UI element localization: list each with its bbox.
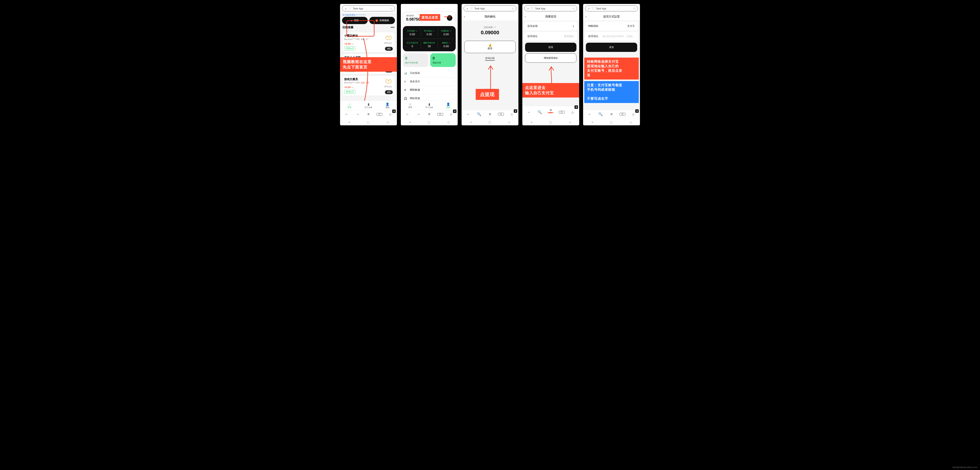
butterfly-icon (385, 78, 392, 84)
search-icon[interactable]: 🔍 (598, 112, 603, 116)
amount-value: 1 (573, 25, 574, 28)
address-placeholder: 提现地址 (564, 35, 574, 38)
claim-button[interactable]: 领取 (385, 90, 393, 94)
balance-label: 錢包餘額: (406, 14, 420, 17)
annotation-text: 点提现 (476, 89, 499, 100)
more-icon[interactable]: ••• (391, 25, 395, 29)
withdraw-icon: 💰 (467, 44, 513, 47)
search-icon[interactable]: 🔍 (476, 112, 482, 116)
tab-mine[interactable]: 👤我的 (378, 101, 397, 110)
home-icon[interactable]: ⌂ (630, 112, 636, 116)
my-tasks-box[interactable]: 0我的任务 (430, 53, 456, 67)
amount-row[interactable]: 提现金额 1 (524, 22, 577, 30)
search-icon[interactable]: 🔍 (537, 110, 543, 114)
add-address-button[interactable]: 增加提現地址 (525, 54, 576, 63)
back-icon[interactable]: ‹ (525, 15, 526, 18)
tab-manual[interactable]: ▮手工任务 (420, 101, 439, 110)
download-icon[interactable]: ⬇ (453, 110, 457, 113)
task-card[interactable]: 游戏主播员 Merchant****7929 剩餘: 100 +0.05 TK … (342, 75, 395, 96)
annotation-blue: 注意：支付宝账号都是手机号码或者邮箱不要写成名字 (584, 81, 639, 103)
nav-back-icon[interactable]: ◁ (386, 121, 388, 124)
back-icon[interactable]: ← (404, 112, 410, 116)
video-button[interactable]: ▷视频 (342, 17, 368, 24)
page-title: 我要提現 (545, 15, 556, 18)
back-icon[interactable]: ← (465, 112, 471, 116)
annotation-text: 点这里进去输入自己支付宝 (522, 83, 579, 97)
nav-home-icon[interactable]: ▢ (367, 121, 369, 124)
user-icon: 👤 (378, 102, 397, 106)
back-icon[interactable]: ‹ (585, 15, 586, 18)
address-row[interactable]: 提现地址 提现地址 (524, 32, 577, 41)
page-title: 提現方式設置 (603, 15, 620, 18)
menu-icon[interactable]: ≡ (609, 112, 614, 116)
arrow-right-icon[interactable]: › (447, 15, 452, 21)
tiktok-icon: ♪ (466, 7, 469, 10)
menu-icon[interactable]: ≡ (487, 112, 493, 116)
menu-daily-report[interactable]: 📊日結报表› (401, 69, 458, 77)
nav-menu-icon[interactable]: ≡ (348, 121, 350, 124)
back-icon[interactable]: ← (344, 112, 350, 116)
home-icon[interactable]: ⌂ (509, 112, 515, 116)
report-icon: 📊 (404, 71, 408, 75)
menu-fund-flow[interactable]: ⇄資金流水› (401, 77, 458, 86)
network-row[interactable]: 轉帳網絡 支付宝 (585, 22, 638, 30)
history-tab[interactable]: 提現記錄 (461, 55, 519, 63)
withdraw-button[interactable]: 💰 提現 (465, 41, 515, 53)
browser-toolbar: ← → ≡ 11 ⌂ ⬇ (340, 110, 397, 118)
bottom-tabbar: ⌂首頁 ▮手工任务 👤我的 (340, 101, 397, 110)
tab-mine[interactable]: 👤我的 (439, 101, 458, 110)
claim-button[interactable]: 领取 (385, 47, 393, 51)
network-value: 支付宝 (627, 24, 635, 28)
screen-4-withdraw: ♪ 🛡 Task App ☆ ‹ 我要提現 提现金额 1 提现地址 提现地址 提… (522, 4, 579, 125)
app-header: ♪ 🛡 Task App ☆ (524, 5, 577, 11)
chevron-right-icon: › (454, 71, 455, 75)
withdraw-button[interactable]: 提現 (525, 43, 576, 52)
task-icon: ▮ (359, 102, 378, 106)
task-tag: SPH关注 (384, 42, 392, 44)
download-icon[interactable]: ⬇ (635, 109, 639, 113)
download-icon[interactable]: ⬇ (392, 110, 396, 113)
play-icon: ▷ (351, 19, 353, 22)
screen-3-wallet: ♪ 🛡 Task App ☆ ‹ 我的錢包 您的余额 TK 0.09000 💰 … (461, 4, 519, 125)
promote-button[interactable]: 🎁推廣賺錢 (369, 17, 395, 24)
back-icon[interactable]: ← (587, 112, 593, 116)
screen-1-home: ♪ 🛡 Task App ☆ 10.18统置通知! ! ! ! ! ! ! ! … (340, 4, 397, 125)
tiktok-icon: ♪ (344, 7, 347, 10)
send-button[interactable]: 发送 (586, 43, 637, 52)
menu-team-data[interactable]: ♜團隊數據› (401, 86, 458, 94)
headset-icon: 🎧 (404, 97, 408, 100)
menu-icon[interactable]: ≡ (366, 112, 371, 116)
balance-value: 0.08750 (406, 17, 420, 22)
in-progress-box[interactable]: 0進行中的任务 (403, 53, 428, 67)
tabs-count[interactable]: 11 (377, 113, 382, 116)
menu-list: 📊日結报表› ⇄資金流水› ♜團隊數據› 🎧聯絡客服› ✉邀請好友› (401, 69, 458, 101)
browser-toolbar: ← 🔍 ≡ 11 ⌂ ⬇ (461, 110, 519, 118)
task-card[interactable]: 小霸王解说 Merchant****7482 剩餘: 97 +0.05 TK 普… (342, 32, 395, 52)
browser-toolbar: ← 🔍 ≡ 11 ⌂ ⬇ (522, 106, 579, 118)
download-icon[interactable]: ⬇ (574, 105, 578, 109)
forward-icon[interactable]: → (355, 112, 360, 116)
tab-home[interactable]: ⌂首頁 (401, 101, 420, 110)
back-icon[interactable]: ‹ (464, 15, 465, 18)
screen-2-mine: 錢包餘額: 0.08750 › 今日收益 TK0.00 昨日收益 TK0.00 … (401, 4, 458, 125)
annotation-text: 视频教程在这里先点下面首页 (340, 57, 397, 71)
app-title: Task App (353, 7, 388, 10)
menu-icon[interactable]: ≡ (426, 112, 432, 116)
menu-icon[interactable]: ≡ (548, 108, 554, 116)
star-icon[interactable]: ☆ (511, 7, 514, 10)
address-row[interactable]: 提現地址 输入自己的支付宝账号，点发送。 (585, 32, 638, 41)
screen-5-withdraw-settings: ♪ 🛡 Task App ☆ ‹ 提現方式設置 轉帳網絡 支付宝 提現地址 输入… (583, 4, 640, 125)
home-icon[interactable]: ⌂ (570, 110, 576, 114)
page-title-bar: ‹ 我的錢包 (461, 13, 519, 21)
shield-icon: 🛡 (348, 7, 352, 10)
tab-manual[interactable]: ▮手工任务 (359, 101, 378, 110)
hand-drawn-arrow (487, 64, 495, 89)
team-icon: ♜ (404, 89, 408, 92)
back-icon[interactable]: ← (526, 110, 532, 114)
download-icon[interactable]: ⬇ (514, 109, 517, 113)
menu-support[interactable]: 🎧聯絡客服› (401, 94, 458, 101)
tab-home[interactable]: ⌂首頁 (340, 101, 359, 110)
star-icon[interactable]: ☆ (390, 7, 393, 10)
app-header: ♪ 🛡 Task App ☆ (463, 5, 517, 11)
forward-icon[interactable]: → (415, 112, 421, 116)
